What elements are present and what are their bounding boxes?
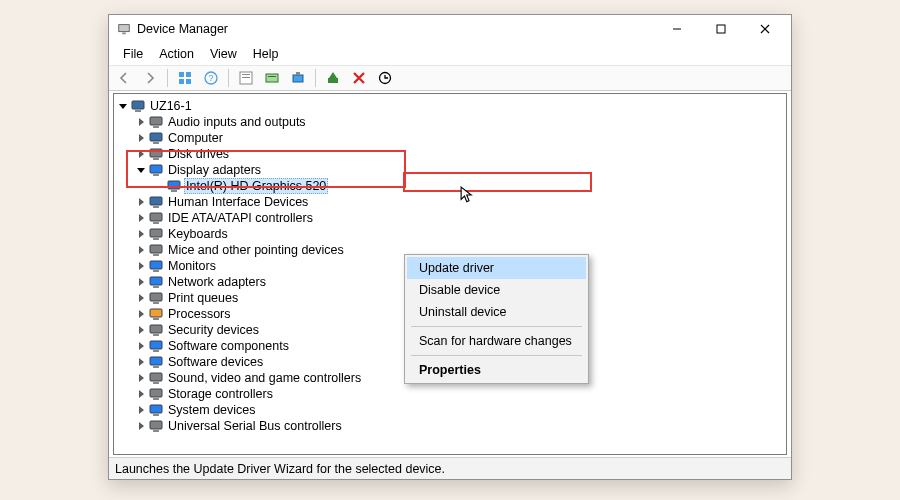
svg-rect-6	[179, 72, 184, 77]
svg-rect-60	[153, 414, 159, 416]
status-text: Launches the Update Driver Wizard for th…	[115, 462, 445, 476]
tree-node-label: Human Interface Devices	[166, 194, 310, 210]
tree-node-label: Keyboards	[166, 226, 230, 242]
expand-arrow-icon[interactable]	[134, 310, 148, 318]
ctx-properties[interactable]: Properties	[407, 359, 586, 381]
expand-arrow-icon[interactable]	[134, 374, 148, 382]
menu-action[interactable]: Action	[153, 45, 200, 63]
svg-rect-8	[179, 79, 184, 84]
tree-node-ide[interactable]: IDE ATA/ATAPI controllers	[116, 210, 786, 226]
device-tree-panel[interactable]: UZ16-1Audio inputs and outputsComputerDi…	[113, 93, 787, 455]
expand-arrow-icon[interactable]	[134, 150, 148, 158]
tree-node-label: Computer	[166, 130, 225, 146]
tree-node-disk[interactable]: Disk drives	[116, 146, 786, 162]
expand-arrow-icon[interactable]	[134, 214, 148, 222]
expand-arrow-icon[interactable]	[134, 406, 148, 414]
svg-rect-50	[153, 334, 159, 336]
svg-rect-16	[268, 76, 276, 77]
expand-arrow-icon[interactable]	[134, 342, 148, 350]
svg-rect-47	[150, 309, 162, 317]
toolbar-update-button[interactable]	[261, 67, 283, 89]
tree-node-keyboards[interactable]: Keyboards	[116, 226, 786, 242]
expand-arrow-icon[interactable]	[134, 278, 148, 286]
ctx-scan-hardware[interactable]: Scan for hardware changes	[407, 330, 586, 352]
device-icon	[148, 370, 164, 386]
svg-rect-33	[150, 197, 162, 205]
toolbar-properties-button[interactable]	[235, 67, 257, 89]
tree-node-label: Disk drives	[166, 146, 231, 162]
client-area: UZ16-1Audio inputs and outputsComputerDi…	[109, 91, 791, 457]
toolbar-disable-button[interactable]	[374, 67, 396, 89]
expand-arrow-icon[interactable]	[134, 294, 148, 302]
toolbar-scan-button[interactable]	[287, 67, 309, 89]
tree-node-label: Audio inputs and outputs	[166, 114, 308, 130]
tree-node-label: Print queues	[166, 290, 240, 306]
expand-arrow-icon[interactable]	[134, 326, 148, 334]
expand-arrow-icon[interactable]	[134, 198, 148, 206]
close-button[interactable]	[743, 15, 787, 43]
svg-rect-27	[150, 149, 162, 157]
tree-node-usb[interactable]: Universal Serial Bus controllers	[116, 418, 786, 434]
maximize-button[interactable]	[699, 15, 743, 43]
device-icon	[148, 322, 164, 338]
expand-arrow-icon[interactable]	[134, 358, 148, 366]
svg-rect-0	[119, 25, 130, 32]
expand-arrow-icon[interactable]	[134, 230, 148, 238]
svg-rect-49	[150, 325, 162, 333]
toolbar-uninstall-button[interactable]	[348, 67, 370, 89]
expand-arrow-icon[interactable]	[134, 246, 148, 254]
svg-rect-31	[168, 181, 180, 189]
window-titlebar: Device Manager	[109, 15, 791, 43]
device-icon	[148, 130, 164, 146]
tree-node-system[interactable]: System devices	[116, 402, 786, 418]
tree-node-computer[interactable]: Computer	[116, 130, 786, 146]
menu-help[interactable]: Help	[247, 45, 285, 63]
minimize-button[interactable]	[655, 15, 699, 43]
svg-rect-54	[153, 366, 159, 368]
toolbar-help-button[interactable]: ?	[200, 67, 222, 89]
svg-rect-15	[266, 74, 278, 82]
svg-rect-23	[150, 117, 162, 125]
svg-rect-56	[153, 382, 159, 384]
svg-rect-36	[153, 222, 159, 224]
tree-node-storage[interactable]: Storage controllers	[116, 386, 786, 402]
toolbar-forward-button[interactable]	[139, 67, 161, 89]
expand-arrow-icon[interactable]	[134, 390, 148, 398]
svg-rect-45	[150, 293, 162, 301]
device-icon	[148, 194, 164, 210]
expand-arrow-icon[interactable]	[134, 118, 148, 126]
svg-rect-51	[150, 341, 162, 349]
expand-arrow-icon[interactable]	[116, 102, 130, 110]
ctx-uninstall-device[interactable]: Uninstall device	[407, 301, 586, 323]
svg-rect-17	[293, 75, 303, 82]
menu-view[interactable]: View	[204, 45, 243, 63]
svg-rect-37	[150, 229, 162, 237]
ctx-disable-device[interactable]: Disable device	[407, 279, 586, 301]
device-icon	[148, 402, 164, 418]
toolbar-back-button[interactable]	[113, 67, 135, 89]
tree-node-audio[interactable]: Audio inputs and outputs	[116, 114, 786, 130]
context-menu: Update driver Disable device Uninstall d…	[404, 254, 589, 384]
device-icon	[148, 354, 164, 370]
expand-arrow-icon[interactable]	[134, 422, 148, 430]
svg-rect-3	[717, 25, 725, 33]
expand-arrow-icon[interactable]	[134, 134, 148, 142]
svg-rect-55	[150, 373, 162, 381]
toolbar-add-legacy-button[interactable]	[322, 67, 344, 89]
menu-file[interactable]: File	[117, 45, 149, 63]
svg-rect-1	[122, 33, 126, 35]
expand-arrow-icon[interactable]	[134, 262, 148, 270]
device-manager-window: Device Manager File Action View Help ?	[108, 14, 792, 480]
toolbar-show-hidden-button[interactable]	[174, 67, 196, 89]
window-title: Device Manager	[137, 22, 655, 36]
tree-node-intel-hd-520[interactable]: Intel(R) HD Graphics 520	[116, 178, 786, 194]
tree-node-root[interactable]: UZ16-1	[116, 98, 786, 114]
svg-rect-25	[150, 133, 162, 141]
ctx-update-driver[interactable]: Update driver	[407, 257, 586, 279]
tree-node-display[interactable]: Display adapters	[116, 162, 786, 178]
svg-rect-38	[153, 238, 159, 240]
tree-node-hid[interactable]: Human Interface Devices	[116, 194, 786, 210]
svg-rect-52	[153, 350, 159, 352]
expand-arrow-icon[interactable]	[134, 166, 148, 174]
tree-node-label: Security devices	[166, 322, 261, 338]
